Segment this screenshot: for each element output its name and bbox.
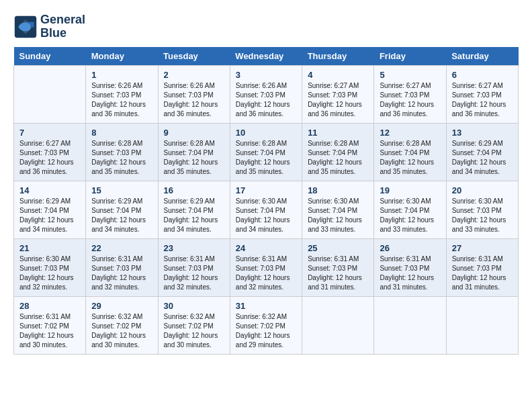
day-number: 6 [452,70,513,80]
calendar-cell: 23Sunrise: 6:31 AM Sunset: 7:03 PM Dayli… [158,238,230,296]
calendar-cell: 14Sunrise: 6:29 AM Sunset: 7:04 PM Dayli… [14,181,86,238]
calendar-cell: 1Sunrise: 6:26 AM Sunset: 7:03 PM Daylig… [86,65,158,123]
day-number: 24 [236,243,296,253]
day-info: Sunrise: 6:30 AM Sunset: 7:04 PM Dayligh… [308,197,368,234]
day-number: 14 [19,185,80,195]
day-number: 20 [452,185,513,195]
day-info: Sunrise: 6:28 AM Sunset: 7:04 PM Dayligh… [380,139,440,177]
calendar-header-row: SundayMondayTuesdayWednesdayThursdayFrid… [14,47,519,66]
calendar-cell [302,296,374,354]
calendar-cell: 12Sunrise: 6:28 AM Sunset: 7:04 PM Dayli… [374,123,446,181]
calendar-cell: 8Sunrise: 6:28 AM Sunset: 7:03 PM Daylig… [86,123,158,181]
calendar-week-row: 7Sunrise: 6:27 AM Sunset: 7:03 PM Daylig… [14,123,519,181]
weekday-header: Tuesday [158,47,230,66]
logo: General Blue [13,13,85,40]
day-info: Sunrise: 6:26 AM Sunset: 7:03 PM Dayligh… [236,81,296,119]
logo-text: General Blue [40,13,85,40]
day-info: Sunrise: 6:31 AM Sunset: 7:03 PM Dayligh… [380,255,440,292]
calendar-week-row: 14Sunrise: 6:29 AM Sunset: 7:04 PM Dayli… [14,181,519,238]
calendar-cell: 17Sunrise: 6:30 AM Sunset: 7:04 PM Dayli… [230,181,302,238]
day-number: 30 [164,301,224,311]
day-number: 2 [164,70,224,80]
day-number: 31 [236,301,296,311]
calendar-cell: 18Sunrise: 6:30 AM Sunset: 7:04 PM Dayli… [302,181,374,238]
day-info: Sunrise: 6:30 AM Sunset: 7:04 PM Dayligh… [236,197,296,234]
day-number: 13 [452,128,513,138]
day-info: Sunrise: 6:29 AM Sunset: 7:04 PM Dayligh… [164,197,224,234]
calendar-cell: 7Sunrise: 6:27 AM Sunset: 7:03 PM Daylig… [14,123,86,181]
day-number: 28 [19,301,80,311]
day-number: 29 [91,301,152,311]
calendar-cell: 24Sunrise: 6:31 AM Sunset: 7:03 PM Dayli… [230,238,302,296]
calendar-cell: 15Sunrise: 6:29 AM Sunset: 7:04 PM Dayli… [86,181,158,238]
day-number: 11 [308,128,368,138]
weekday-header: Sunday [14,47,86,66]
calendar-week-row: 21Sunrise: 6:30 AM Sunset: 7:03 PM Dayli… [14,238,519,296]
calendar-cell: 10Sunrise: 6:28 AM Sunset: 7:04 PM Dayli… [230,123,302,181]
calendar-cell: 20Sunrise: 6:30 AM Sunset: 7:03 PM Dayli… [446,181,518,238]
day-number: 27 [452,243,513,253]
day-number: 3 [236,70,296,80]
day-number: 10 [236,128,296,138]
calendar-cell: 19Sunrise: 6:30 AM Sunset: 7:04 PM Dayli… [374,181,446,238]
page-header: General Blue [13,13,519,40]
day-number: 26 [380,243,440,253]
calendar-week-row: 28Sunrise: 6:31 AM Sunset: 7:02 PM Dayli… [14,296,519,354]
calendar-cell: 16Sunrise: 6:29 AM Sunset: 7:04 PM Dayli… [158,181,230,238]
logo-icon [13,15,38,39]
calendar-cell: 31Sunrise: 6:32 AM Sunset: 7:02 PM Dayli… [230,296,302,354]
day-info: Sunrise: 6:28 AM Sunset: 7:03 PM Dayligh… [91,139,152,177]
calendar-cell: 5Sunrise: 6:27 AM Sunset: 7:03 PM Daylig… [374,65,446,123]
day-number: 7 [19,128,80,138]
day-number: 1 [91,70,152,80]
day-info: Sunrise: 6:27 AM Sunset: 7:03 PM Dayligh… [452,81,513,119]
calendar-cell: 29Sunrise: 6:32 AM Sunset: 7:02 PM Dayli… [86,296,158,354]
day-info: Sunrise: 6:32 AM Sunset: 7:02 PM Dayligh… [164,312,224,350]
weekday-header: Thursday [302,47,374,66]
day-number: 17 [236,185,296,195]
day-info: Sunrise: 6:28 AM Sunset: 7:04 PM Dayligh… [236,139,296,177]
calendar-cell: 25Sunrise: 6:31 AM Sunset: 7:03 PM Dayli… [302,238,374,296]
calendar-cell: 11Sunrise: 6:28 AM Sunset: 7:04 PM Dayli… [302,123,374,181]
day-info: Sunrise: 6:31 AM Sunset: 7:03 PM Dayligh… [91,255,152,292]
calendar-cell: 9Sunrise: 6:28 AM Sunset: 7:04 PM Daylig… [158,123,230,181]
calendar-body: 1Sunrise: 6:26 AM Sunset: 7:03 PM Daylig… [14,65,519,354]
day-number: 19 [380,185,440,195]
day-info: Sunrise: 6:27 AM Sunset: 7:03 PM Dayligh… [308,81,368,119]
day-info: Sunrise: 6:28 AM Sunset: 7:04 PM Dayligh… [164,139,224,177]
weekday-header: Wednesday [230,47,302,66]
day-number: 9 [164,128,224,138]
day-number: 16 [164,185,224,195]
calendar-cell: 27Sunrise: 6:31 AM Sunset: 7:03 PM Dayli… [446,238,518,296]
day-info: Sunrise: 6:27 AM Sunset: 7:03 PM Dayligh… [380,81,440,119]
calendar-week-row: 1Sunrise: 6:26 AM Sunset: 7:03 PM Daylig… [14,65,519,123]
calendar-cell: 28Sunrise: 6:31 AM Sunset: 7:02 PM Dayli… [14,296,86,354]
weekday-header: Friday [374,47,446,66]
day-info: Sunrise: 6:31 AM Sunset: 7:03 PM Dayligh… [236,255,296,292]
day-info: Sunrise: 6:31 AM Sunset: 7:03 PM Dayligh… [164,255,224,292]
calendar-cell: 13Sunrise: 6:29 AM Sunset: 7:04 PM Dayli… [446,123,518,181]
day-number: 22 [91,243,152,253]
day-info: Sunrise: 6:32 AM Sunset: 7:02 PM Dayligh… [236,312,296,350]
calendar-cell: 2Sunrise: 6:26 AM Sunset: 7:03 PM Daylig… [158,65,230,123]
calendar-cell: 21Sunrise: 6:30 AM Sunset: 7:03 PM Dayli… [14,238,86,296]
weekday-header: Monday [86,47,158,66]
day-info: Sunrise: 6:30 AM Sunset: 7:03 PM Dayligh… [19,255,80,292]
day-info: Sunrise: 6:26 AM Sunset: 7:03 PM Dayligh… [164,81,224,119]
day-number: 23 [164,243,224,253]
calendar-cell [374,296,446,354]
day-info: Sunrise: 6:32 AM Sunset: 7:02 PM Dayligh… [91,312,152,350]
day-info: Sunrise: 6:31 AM Sunset: 7:03 PM Dayligh… [452,255,513,292]
day-info: Sunrise: 6:31 AM Sunset: 7:02 PM Dayligh… [19,312,80,350]
calendar-cell: 22Sunrise: 6:31 AM Sunset: 7:03 PM Dayli… [86,238,158,296]
day-number: 15 [91,185,152,195]
calendar-cell: 26Sunrise: 6:31 AM Sunset: 7:03 PM Dayli… [374,238,446,296]
calendar-cell: 6Sunrise: 6:27 AM Sunset: 7:03 PM Daylig… [446,65,518,123]
calendar-table: SundayMondayTuesdayWednesdayThursdayFrid… [13,47,519,355]
day-info: Sunrise: 6:27 AM Sunset: 7:03 PM Dayligh… [19,139,80,177]
calendar-cell: 3Sunrise: 6:26 AM Sunset: 7:03 PM Daylig… [230,65,302,123]
day-number: 21 [19,243,80,253]
day-number: 8 [91,128,152,138]
day-info: Sunrise: 6:26 AM Sunset: 7:03 PM Dayligh… [91,81,152,119]
calendar-cell [446,296,518,354]
